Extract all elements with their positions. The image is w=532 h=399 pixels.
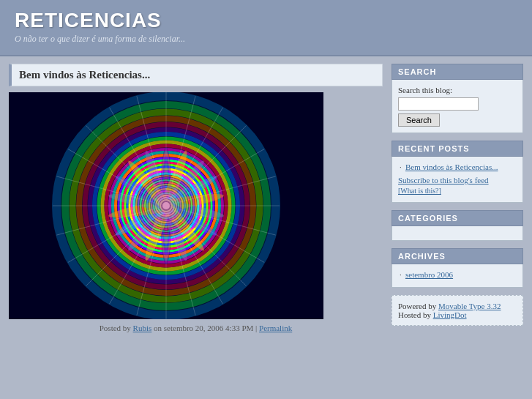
archives-widget: ARCHIVES setembro 2006 bbox=[391, 248, 523, 288]
hosted-link[interactable]: LivingDot bbox=[433, 310, 467, 319]
archive-link[interactable]: setembro 2006 bbox=[405, 270, 453, 279]
hosted-label: Hosted by bbox=[398, 310, 431, 319]
powered-link[interactable]: Movable Type 3.32 bbox=[438, 302, 501, 310]
subscribe-link[interactable]: Subscribe to this blog's feed bbox=[398, 176, 517, 184]
site-header: RETICENCIAS O não ter o que dizer é uma … bbox=[0, 0, 532, 56]
post-title: Bem vindos às Reticencias... bbox=[9, 64, 383, 86]
archives-body: setembro 2006 bbox=[391, 264, 523, 288]
fractal-image bbox=[9, 92, 323, 319]
list-item: setembro 2006 bbox=[398, 270, 517, 279]
site-tagline: O não ter o que dizer é uma forma de sil… bbox=[15, 34, 517, 45]
archives-list: setembro 2006 bbox=[398, 270, 517, 279]
main-content: Bem vindos às Reticencias... bbox=[9, 64, 383, 332]
recent-posts-header: RECENT POSTS bbox=[391, 141, 523, 157]
search-widget-header: SEARCH bbox=[391, 64, 523, 80]
subscribe-sub: [What is this?] bbox=[398, 187, 441, 195]
post-image bbox=[9, 92, 323, 319]
list-item: Bem vindos às Reticencias... bbox=[398, 163, 517, 171]
recent-post-link[interactable]: Bem vindos às Reticencias... bbox=[405, 163, 498, 171]
search-input[interactable] bbox=[398, 97, 479, 111]
post-date: on setembro 20, 2006 4:33 PM | bbox=[154, 324, 257, 332]
post-author-link[interactable]: Rubis bbox=[133, 324, 152, 332]
categories-body bbox=[391, 226, 523, 241]
categories-header: CATEGORIES bbox=[391, 210, 523, 226]
search-button[interactable]: Search bbox=[398, 113, 440, 127]
post-by-label: Posted by bbox=[100, 324, 131, 332]
categories-widget: CATEGORIES bbox=[391, 210, 523, 241]
search-label: Search this blog: bbox=[398, 86, 517, 94]
powered-by-box: Powered by Movable Type 3.32 Hosted by L… bbox=[391, 295, 523, 326]
recent-posts-widget: RECENT POSTS Bem vindos às Reticencias..… bbox=[391, 141, 523, 203]
recent-posts-body: Bem vindos às Reticencias... Subscribe t… bbox=[391, 157, 523, 203]
search-widget: SEARCH Search this blog: Search bbox=[391, 64, 523, 133]
post-metadata: Posted by Rubis on setembro 20, 2006 4:3… bbox=[9, 324, 383, 332]
recent-posts-list: Bem vindos às Reticencias... bbox=[398, 163, 517, 171]
search-widget-body: Search this blog: Search bbox=[391, 80, 523, 133]
site-title: RETICENCIAS bbox=[15, 9, 517, 32]
sidebar: SEARCH Search this blog: Search RECENT P… bbox=[391, 64, 523, 326]
post-permalink[interactable]: Permalink bbox=[259, 324, 292, 332]
powered-label: Powered by bbox=[398, 302, 436, 310]
archives-header: ARCHIVES bbox=[391, 248, 523, 264]
